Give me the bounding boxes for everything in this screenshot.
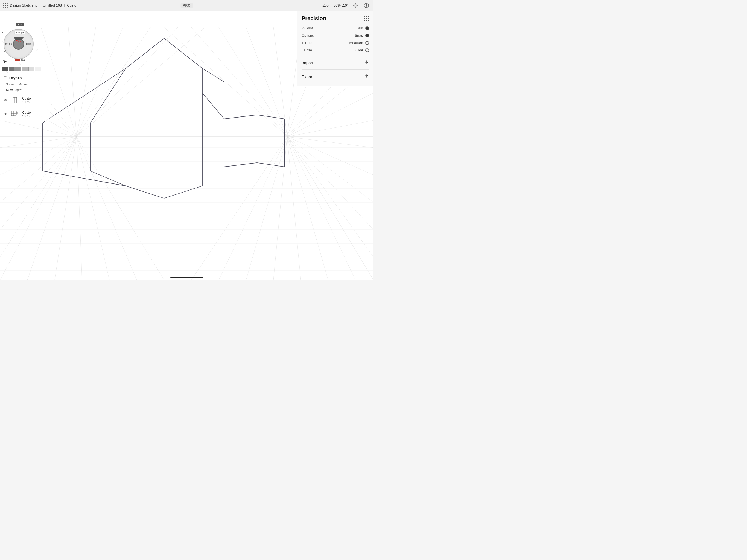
layer-visibility-1[interactable]: 👁 <box>4 98 7 102</box>
svg-line-39 <box>246 137 287 280</box>
export-icon <box>364 74 369 79</box>
svg-line-15 <box>77 137 82 280</box>
svg-line-19 <box>0 137 77 280</box>
panel-grid-dots[interactable] <box>364 16 369 21</box>
swatch-5[interactable] <box>28 67 34 71</box>
new-layer-button[interactable]: + New Layer <box>0 87 49 93</box>
export-button[interactable]: Export <box>302 72 369 81</box>
panel-row-grid: 2-Point Grid <box>302 26 369 30</box>
sep1: | <box>40 3 41 7</box>
layer-thumb-2 <box>9 109 20 120</box>
import-button[interactable]: Import <box>302 58 369 67</box>
guide-toggle-area[interactable]: Guide <box>354 48 369 52</box>
layer-item-2[interactable]: 👁 Custom 100% <box>0 107 49 121</box>
svg-rect-87 <box>14 111 16 113</box>
svg-line-30 <box>287 120 374 137</box>
panel-row-guide: Ellipse Guide <box>302 48 369 52</box>
svg-line-81 <box>164 186 202 198</box>
app-grid-icon[interactable] <box>3 3 8 8</box>
svg-line-37 <box>287 137 301 280</box>
snap-toggle-area[interactable]: Snap <box>355 33 369 37</box>
svg-line-76 <box>257 115 284 119</box>
layers-menu-icon[interactable]: ☰ <box>3 76 7 80</box>
size-badge: 3.23 <box>16 23 24 26</box>
panel-row-measure: 1:1 pts Measure <box>302 41 369 45</box>
svg-rect-88 <box>11 113 14 116</box>
layer-info-2: Custom 100% <box>22 111 33 118</box>
panel-title: Precision <box>302 15 369 22</box>
svg-rect-61 <box>42 123 90 171</box>
svg-line-80 <box>126 186 164 198</box>
svg-line-10 <box>0 137 77 202</box>
svg-rect-86 <box>11 111 14 113</box>
svg-rect-89 <box>14 113 16 116</box>
svg-line-11 <box>0 137 77 230</box>
sep2: | <box>64 3 65 7</box>
svg-line-29 <box>287 93 374 137</box>
layers-header: ☰ Layers <box>0 73 49 81</box>
arrow-tool[interactable] <box>3 59 7 65</box>
layer-visibility-2[interactable]: 👁 <box>4 112 7 117</box>
doc-name[interactable]: Untitled 168 <box>43 3 62 7</box>
panel-divider-1 <box>302 55 369 56</box>
svg-line-12 <box>0 137 77 257</box>
svg-line-21 <box>68 27 77 137</box>
tool-arrow-bottom-left[interactable]: ↙ <box>4 49 7 53</box>
app-name: Design Sketching <box>10 3 37 7</box>
layer-thumb-1 <box>9 95 20 105</box>
guide-toggle[interactable] <box>365 48 369 52</box>
sort-icon: ↕ <box>3 82 5 86</box>
svg-line-62 <box>42 68 126 123</box>
svg-line-23 <box>77 27 123 137</box>
swatch-6[interactable] <box>35 67 41 71</box>
svg-line-43 <box>287 137 374 280</box>
tool-arrow-left[interactable]: › <box>2 31 4 35</box>
layers-sorting[interactable]: ↕ Sorting | Manual <box>0 81 49 87</box>
tool-arrow-down-right[interactable]: › <box>36 47 38 52</box>
svg-line-17 <box>77 137 137 280</box>
pts-display: 3.23 pts <box>15 31 25 34</box>
swatch-3[interactable] <box>15 67 21 71</box>
settings-icon[interactable] <box>352 2 359 9</box>
layers-title: Layers <box>8 75 22 80</box>
svg-line-70 <box>202 68 224 82</box>
color-indicator <box>16 38 21 42</box>
measure-toggle-area[interactable]: Measure <box>349 41 369 45</box>
opacity-display: ⟳ 14% <box>5 43 12 45</box>
svg-line-34 <box>287 137 374 230</box>
layer-item-1[interactable]: 👁 Custom 100% <box>0 93 49 107</box>
radial-menu[interactable]: 3.23 › › ⟳ 14% <box>2 23 38 61</box>
snap-toggle[interactable] <box>365 34 369 37</box>
home-indicator <box>170 277 203 278</box>
grid-toggle-area[interactable]: Grid <box>356 26 369 30</box>
svg-text:?: ? <box>366 4 367 7</box>
color-swatches <box>2 67 41 71</box>
grid-toggle[interactable] <box>365 26 369 30</box>
tool-arrow-right[interactable]: › <box>35 28 36 32</box>
svg-line-7 <box>0 120 77 137</box>
doc-mode[interactable]: Custom <box>67 3 79 7</box>
svg-rect-90 <box>17 111 18 113</box>
svg-line-63 <box>90 68 126 123</box>
svg-line-47 <box>164 27 287 137</box>
svg-line-40 <box>219 137 287 280</box>
svg-line-26 <box>77 27 205 137</box>
svg-line-22 <box>77 27 96 137</box>
measure-toggle[interactable] <box>365 41 369 45</box>
svg-line-66 <box>126 38 164 68</box>
svg-line-32 <box>287 137 374 175</box>
right-actions: Zoom: 30% ∠0° ? <box>323 2 370 9</box>
zoom-label[interactable]: Zoom: 30% ∠0° <box>323 3 349 7</box>
svg-line-38 <box>274 137 287 280</box>
swatch-2[interactable] <box>9 67 15 71</box>
svg-line-13 <box>27 137 77 280</box>
svg-line-45 <box>219 27 287 137</box>
svg-line-65 <box>90 171 126 186</box>
swatch-4[interactable] <box>22 67 28 71</box>
help-icon[interactable]: ? <box>363 2 370 9</box>
svg-line-8 <box>0 137 77 148</box>
svg-line-46 <box>191 27 287 137</box>
swatch-1[interactable] <box>2 67 8 71</box>
svg-line-41 <box>191 137 287 280</box>
svg-line-44 <box>246 27 287 137</box>
